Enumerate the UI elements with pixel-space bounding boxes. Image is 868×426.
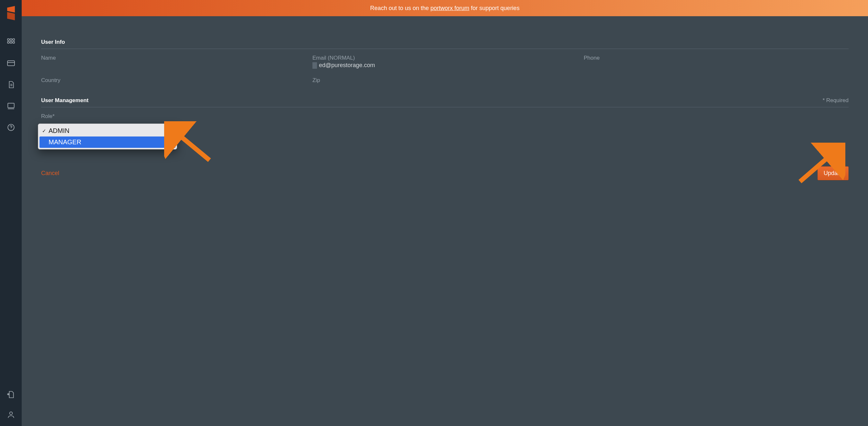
role-option-admin[interactable]: ADMIN xyxy=(39,125,176,137)
name-label: Name xyxy=(41,55,306,61)
svg-rect-2 xyxy=(7,38,9,40)
banner-suffix: for support queries xyxy=(469,5,520,11)
role-dropdown: ADMIN MANAGER xyxy=(38,123,177,149)
cancel-link[interactable]: Cancel xyxy=(41,170,59,177)
support-banner: Reach out to us on the portworx forum fo… xyxy=(22,0,868,16)
email-value: ed@purestorage.com xyxy=(319,62,375,69)
svg-rect-4 xyxy=(12,38,14,40)
phone-label: Phone xyxy=(584,55,848,61)
svg-rect-3 xyxy=(10,38,12,40)
country-label: Country xyxy=(41,77,306,84)
redacted-block xyxy=(312,62,317,69)
svg-rect-5 xyxy=(7,41,9,43)
svg-rect-7 xyxy=(12,41,14,43)
svg-rect-8 xyxy=(7,61,14,65)
role-label: Role* xyxy=(41,113,848,120)
required-note: * Required xyxy=(823,97,848,104)
svg-rect-6 xyxy=(10,41,12,43)
banner-prefix: Reach out to us on the xyxy=(370,5,430,11)
billing-icon[interactable] xyxy=(7,59,15,67)
user-management-heading: User Management xyxy=(41,97,88,104)
svg-point-15 xyxy=(11,129,11,130)
file-plus-icon[interactable] xyxy=(7,390,15,399)
svg-point-16 xyxy=(9,412,12,415)
svg-marker-0 xyxy=(7,6,15,12)
divider xyxy=(41,107,848,107)
svg-rect-12 xyxy=(8,103,14,108)
document-icon[interactable] xyxy=(7,80,15,89)
brand-logo xyxy=(5,4,17,21)
dashboard-icon[interactable] xyxy=(7,37,15,46)
divider xyxy=(41,49,848,49)
user-icon[interactable] xyxy=(7,410,15,419)
sidebar xyxy=(0,0,22,426)
role-option-manager[interactable]: MANAGER xyxy=(39,137,176,148)
monitor-icon[interactable] xyxy=(7,102,15,110)
help-icon[interactable] xyxy=(7,123,15,132)
banner-forum-link[interactable]: portworx forum xyxy=(431,5,469,11)
main-content: Reach out to us on the portworx forum fo… xyxy=(22,0,868,426)
user-info-heading: User Info xyxy=(41,39,848,46)
zip-label: Zip xyxy=(312,77,577,84)
update-button[interactable]: Update xyxy=(817,166,848,180)
svg-marker-1 xyxy=(7,12,15,21)
email-label: Email (NORMAL) xyxy=(312,55,577,61)
